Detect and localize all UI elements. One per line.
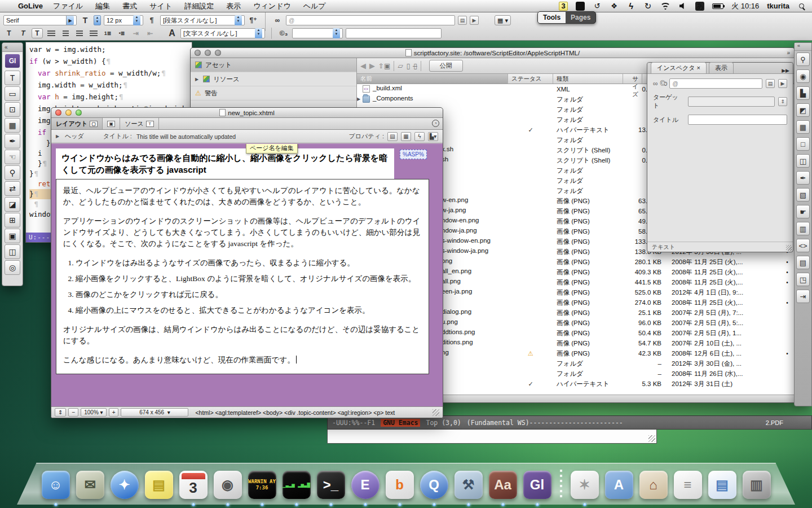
color-palette-icon[interactable]: ◩	[796, 103, 810, 117]
link-url-field[interactable]: @	[286, 15, 455, 25]
font-family-select[interactable]: Serif ▶	[3, 15, 77, 25]
home-folder-icon[interactable]: ⌂	[638, 470, 669, 500]
origami-paper-icon[interactable]: ✶	[570, 470, 600, 500]
iphoto-icon[interactable]: ◉	[213, 470, 243, 500]
anchor-field[interactable]: ▲▼	[292, 28, 343, 38]
sidebar-item-resources[interactable]: ▶ リソース	[191, 72, 356, 86]
xcode-icon[interactable]: ⚒	[453, 470, 484, 500]
browse-icon[interactable]: ▤	[766, 79, 775, 88]
column-name[interactable]: 名前	[357, 74, 508, 84]
new-folder-icon[interactable]: ▱	[398, 62, 403, 70]
disclosure-triangle-icon[interactable]: ▶	[357, 97, 360, 102]
sidebar-item-warnings[interactable]: ⚠ 警告	[191, 86, 356, 100]
tab-layout[interactable]: レイアウト ▢	[51, 118, 103, 129]
safari-icon[interactable]: ✦	[109, 470, 140, 500]
spotlight-icon[interactable]	[798, 3, 805, 10]
inspector-url-field[interactable]: @	[669, 78, 762, 89]
palette-collapse-icon[interactable]: «	[2, 43, 23, 52]
site-window-titlebar[interactable]: scriptfactory.site: /software/ScriptEdit…	[191, 48, 795, 58]
disclosure-triangle-icon[interactable]: ▶	[195, 77, 200, 82]
column-status[interactable]: ステータス	[508, 74, 553, 84]
browser-doc-icon[interactable]: ▤	[707, 470, 738, 500]
column-size[interactable]: サイズ	[623, 74, 642, 84]
browser-preview-tool[interactable]: ◎	[5, 260, 20, 275]
secondary-url-field[interactable]	[346, 28, 442, 38]
teletype-button[interactable]: T	[32, 28, 43, 38]
column-view-icon[interactable]: ▥	[796, 222, 810, 235]
doc-layout-canvas[interactable]: ページ名を編集 ウインドウからはみでる画像を自動的に縮小し、縮小画像をクリックし…	[51, 143, 443, 406]
marquee-tool[interactable]: ▭	[5, 86, 20, 101]
align-left-icon[interactable]	[46, 28, 57, 38]
fill-stroke-tool[interactable]: ◪	[5, 197, 20, 212]
app-menu-golive[interactable]: GoLive	[18, 2, 43, 10]
pick-arrow-icon[interactable]: ▶	[778, 79, 787, 88]
link-icon[interactable]: ∞	[653, 80, 657, 87]
zoom-in-button[interactable]: +	[109, 408, 119, 417]
panel-chevrons-icon[interactable]: ▶▶	[782, 68, 789, 73]
pdf-window-title[interactable]: 2.PDF	[766, 419, 807, 426]
selection-frame-icon[interactable]: □	[796, 137, 810, 151]
volume-icon[interactable]	[679, 3, 687, 10]
zoom-out-button[interactable]: −	[68, 408, 78, 417]
outdent-icon[interactable]: ⇤	[144, 28, 156, 38]
menu-item-2[interactable]: 書式	[122, 1, 137, 11]
tab-source[interactable]: ソース T	[120, 118, 159, 129]
indent-icon[interactable]: ⇥	[130, 28, 142, 38]
link-chain-icon[interactable]: ∞	[272, 15, 283, 25]
menu-item-5[interactable]: 表示	[226, 1, 241, 11]
page-heading[interactable]: ウインドウからはみでる画像を自動的に縮小し、縮小画像をクリックしたら背景を暗くし…	[56, 148, 394, 179]
time-machine-icon[interactable]: ↺	[593, 2, 602, 11]
corner-text-tool[interactable]: ⊞	[5, 213, 20, 227]
inspector-resize-grip[interactable]	[786, 245, 792, 251]
page-properties-icon[interactable]: ▤	[387, 132, 398, 141]
layer-tool[interactable]: ▣	[5, 229, 20, 243]
new-paragraph-icon[interactable]: ¶⁺	[248, 15, 259, 25]
page-body-region[interactable]: 最近、ヘルプビューアのウインドウが小さくても見やすいヘルプのレイアウトに苦心して…	[56, 179, 429, 374]
markup-path[interactable]: <html> <agl:templateref> <body> <div .to…	[195, 409, 395, 416]
bold-button[interactable]: T	[3, 28, 15, 38]
table-grid-icon[interactable]: ▦	[796, 120, 810, 134]
ical-icon[interactable]: 3	[178, 470, 209, 500]
text-tool[interactable]: T	[5, 71, 20, 85]
page-title-value[interactable]: This title will be automatically updated	[136, 133, 236, 140]
box-3d-icon[interactable]: ◳	[796, 273, 810, 286]
pasteboard-button[interactable]: ▦ ▾	[495, 15, 511, 25]
objects-palette[interactable]: « Gl T▭⊡▦✒☜⚲⇄◪⊞▣◫◎	[2, 42, 23, 286]
trash-tool-icon[interactable]: ▯̶	[413, 62, 417, 70]
emacs-echo-area[interactable]	[327, 430, 657, 444]
document-stack-icon[interactable]: ≡	[673, 470, 703, 500]
dictionary-icon[interactable]: Aa	[488, 470, 518, 500]
b-editor-icon[interactable]: b	[385, 470, 415, 500]
bullet-list-icon[interactable]: •≣	[116, 28, 127, 38]
history-clock-icon[interactable]: ◔	[432, 120, 439, 127]
applications-folder-icon[interactable]: A	[604, 470, 634, 500]
sidebar-item-assets[interactable]: アセット	[191, 58, 356, 72]
back-icon[interactable]: ◀	[360, 62, 366, 70]
terminal-icon[interactable]: >_	[316, 470, 346, 500]
menu-item-4[interactable]: 詳細設定	[184, 1, 214, 11]
header-disclosure-icon[interactable]: ▶	[56, 134, 60, 139]
tooltip-tab-tools[interactable]: Tools	[538, 12, 566, 23]
anchor-link-icon[interactable]: ©₃	[278, 28, 289, 38]
menu-item-0[interactable]: ファイル	[53, 1, 83, 11]
title-field[interactable]	[688, 115, 787, 125]
publish-button[interactable]: 公開	[429, 60, 463, 72]
trash-icon[interactable]: ▥	[742, 470, 772, 500]
tooltip-tab-pages[interactable]: Pages	[566, 12, 595, 23]
export-icon[interactable]: ⇥	[796, 290, 810, 303]
film-icon[interactable]: ▦	[401, 132, 411, 141]
upload-icon[interactable]: ⇧▣	[378, 62, 390, 70]
layout-grid-tool[interactable]: ▦	[5, 118, 20, 133]
menu-item-6[interactable]: ウィンドウ	[253, 1, 291, 11]
asp-badge[interactable]: %ASP%	[400, 150, 427, 159]
battery-icon[interactable]	[712, 3, 723, 9]
layers-icon[interactable]: ▧	[796, 188, 810, 202]
golive-icon[interactable]: Gl	[522, 470, 553, 500]
emacs-resize-grip[interactable]	[648, 435, 655, 442]
media-player-icon[interactable]: Q	[419, 470, 449, 500]
document-window[interactable]: new_topic.xhtml レイアウト ▢ ▣ ソース T ◔ ▶ ヘッダ …	[51, 107, 443, 418]
menu-clock[interactable]: 火 10:16	[731, 1, 759, 11]
stickies-icon[interactable]: ▤	[144, 470, 174, 500]
menu-item-1[interactable]: 編集	[95, 1, 110, 11]
emacs-window[interactable]: -UUU:%%--F1 GNU Emacs Top (3,0) (Fundame…	[327, 415, 812, 445]
